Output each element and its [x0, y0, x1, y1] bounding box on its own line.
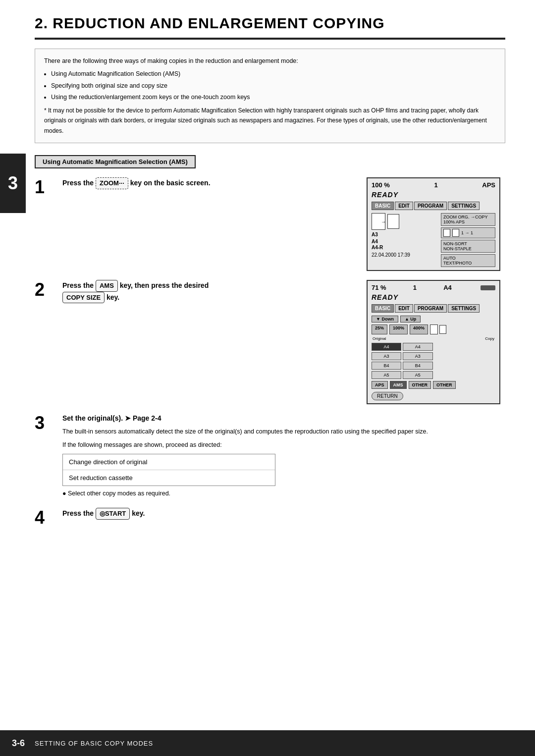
- paper-icons-row: [430, 324, 446, 334]
- screen1-tab-basic[interactable]: BASIC: [372, 202, 394, 210]
- message-1: Change direction of original: [63, 454, 275, 470]
- intro-lead: There are the following three ways of ma…: [44, 56, 496, 66]
- sort-icon2: [452, 229, 459, 237]
- screen1-mode: APS: [482, 181, 495, 189]
- original-label: Original: [373, 336, 386, 341]
- zoom-key[interactable]: ZOOM···: [96, 177, 128, 189]
- footer-text: SETTING OF BASIC COPY MODES: [35, 740, 153, 747]
- screen2-bar: [481, 285, 495, 290]
- aps-btn[interactable]: APS: [372, 381, 388, 389]
- screen1-tabs: BASIC EDIT PROGRAM SETTINGS: [372, 202, 495, 210]
- screen1-status: READY: [372, 191, 495, 199]
- size-a3: A3: [372, 232, 378, 237]
- return-btn[interactable]: RETURN: [372, 389, 495, 400]
- main-content: 2. REDUCTION AND ENLARGEMENT COPYING The…: [0, 0, 535, 550]
- step-4-text: Press the ◎START key.: [62, 508, 505, 520]
- step-4-content: Press the ◎START key.: [62, 508, 505, 523]
- intro-bullet-1: Using Automatic Magnification Selection …: [51, 69, 496, 79]
- section-heading: Using Automatic Magnification Selection …: [35, 155, 196, 168]
- screen1-tab-edit[interactable]: EDIT: [395, 202, 413, 210]
- screen1-count: 1: [434, 181, 437, 189]
- copy-a5[interactable]: A5: [403, 371, 432, 379]
- step-2-number: 2: [35, 281, 54, 299]
- screen1-left: → A3 A4 A4-R 22.04.2000 17:39: [372, 213, 437, 267]
- mode-buttons: APS AMS OTHER OTHER: [372, 381, 495, 389]
- intro-box: There are the following three ways of ma…: [35, 49, 505, 143]
- other-btn2[interactable]: OTHER: [433, 381, 456, 389]
- step-4-number: 4: [35, 509, 54, 527]
- size-grid: A4 A4 A3 A3 B4 B4 A5 A5: [372, 343, 495, 379]
- ams-btn[interactable]: AMS: [390, 381, 407, 389]
- screen2-tab-settings[interactable]: SETTINGS: [448, 304, 480, 313]
- aps-label: APS: [456, 219, 465, 224]
- screen1-tab-program[interactable]: PROGRAM: [414, 202, 447, 210]
- copy-label: Copy: [485, 336, 494, 341]
- orig-a5[interactable]: A5: [372, 371, 401, 379]
- auto-label: AUTO: [443, 256, 456, 261]
- screen2-tab-program[interactable]: PROGRAM: [414, 304, 447, 313]
- sort-icon: [443, 229, 450, 237]
- intro-note: * It may not be possible for the device …: [44, 106, 496, 136]
- screen1-right: ZOOM ORG. →COPY 100% APS 1 → 1: [441, 213, 495, 267]
- step-3-content: Set the original(s). ➤ Page 2-4 The buil…: [62, 413, 505, 499]
- zoom-400[interactable]: 400%: [410, 324, 428, 334]
- step-2-row: 2 Press the AMS key, then press the desi…: [35, 280, 505, 404]
- arrow-icon: →: [381, 219, 386, 224]
- bullet-select-modes: ● Select other copy modes as required.: [62, 490, 505, 497]
- screen2-mode: A4: [443, 284, 452, 291]
- orig-copy-labels: Original Copy: [372, 336, 495, 341]
- start-key[interactable]: ◎START: [96, 508, 130, 520]
- step-2-content: Press the AMS key, then press the desire…: [62, 280, 358, 306]
- step-2-text: Press the AMS key, then press the desire…: [62, 280, 358, 303]
- step-3-bullet-text: ● Select other copy modes as required.: [62, 490, 170, 497]
- other-btn1[interactable]: OTHER: [409, 381, 431, 389]
- footer-number: 3-6: [12, 738, 25, 749]
- intro-bullet-2: Specifying both original size and copy s…: [51, 81, 496, 91]
- message-2: Set reduction cassette: [63, 470, 275, 486]
- orig-icon: [430, 324, 438, 334]
- zoom-25[interactable]: 25%: [372, 324, 387, 334]
- screen1-body: → A3 A4 A4-R 22.04.2000 17:39: [372, 213, 495, 267]
- messages-box: Change direction of original Set reducti…: [62, 454, 275, 486]
- nonsort-label: NON-SORT: [443, 241, 467, 246]
- ams-key[interactable]: AMS: [96, 280, 118, 292]
- screen1-sort-box: 1 → 1: [441, 227, 495, 238]
- up-btn[interactable]: ▲ Up: [400, 316, 421, 323]
- copy-b4[interactable]: B4: [403, 362, 432, 370]
- screen2-tab-basic[interactable]: BASIC: [372, 304, 394, 313]
- copy-a4[interactable]: A4: [403, 343, 432, 351]
- copy-a3[interactable]: A3: [403, 352, 432, 360]
- orig-a3[interactable]: A3: [372, 352, 401, 360]
- orig-b4[interactable]: B4: [372, 362, 401, 370]
- zoom-row: 25% 100% 400%: [372, 324, 495, 334]
- sidebar-number: 3: [0, 154, 26, 213]
- step-3-sub1: The built-in sensors automatically detec…: [62, 427, 505, 437]
- orig-a4[interactable]: A4: [372, 343, 401, 351]
- zoom-100[interactable]: 100%: [389, 324, 408, 334]
- screen2-tab-edit[interactable]: EDIT: [395, 304, 413, 313]
- step-3-number: 3: [35, 414, 54, 432]
- copy-size-key[interactable]: COPY SIZE: [62, 292, 105, 304]
- step-3-sub2: If the following messages are shown, pro…: [62, 440, 505, 450]
- paper-icon-1: →: [372, 213, 385, 230]
- step-4-row: 4 Press the ◎START key.: [35, 508, 505, 527]
- step-2-screen: 71 % 1 A4 READY BASIC EDIT PROGRAM SETTI…: [367, 280, 505, 404]
- step-1-text: Press the ZOOM··· key on the basic scree…: [62, 177, 358, 189]
- footer: 3-6 SETTING OF BASIC COPY MODES: [0, 730, 535, 756]
- zoom-label: ZOOM: [443, 215, 457, 219]
- screen2-header: 71 % 1 A4: [372, 284, 495, 291]
- paper-icon-2: [387, 214, 399, 229]
- page: 3 2. REDUCTION AND ENLARGEMENT COPYING T…: [0, 0, 535, 756]
- step-3-text: Set the original(s). ➤ Page 2-4: [62, 414, 161, 422]
- copy-icon: [439, 325, 446, 334]
- start-icon: ◎: [100, 510, 105, 517]
- step-1-content: Press the ZOOM··· key on the basic scree…: [62, 177, 358, 192]
- screen2-status: READY: [372, 293, 495, 301]
- screen1-tab-settings[interactable]: SETTINGS: [448, 202, 480, 210]
- down-btn[interactable]: ▼ Down: [372, 316, 398, 323]
- textphoto-label: TEXT/PHOTO: [443, 261, 472, 266]
- screen2-nav: ▼ Down ▲ Up: [372, 316, 495, 323]
- org-copy: ORG. →COPY: [458, 215, 488, 219]
- step-1-number: 1: [35, 178, 54, 196]
- page-title: 2. REDUCTION AND ENLARGEMENT COPYING: [35, 15, 505, 40]
